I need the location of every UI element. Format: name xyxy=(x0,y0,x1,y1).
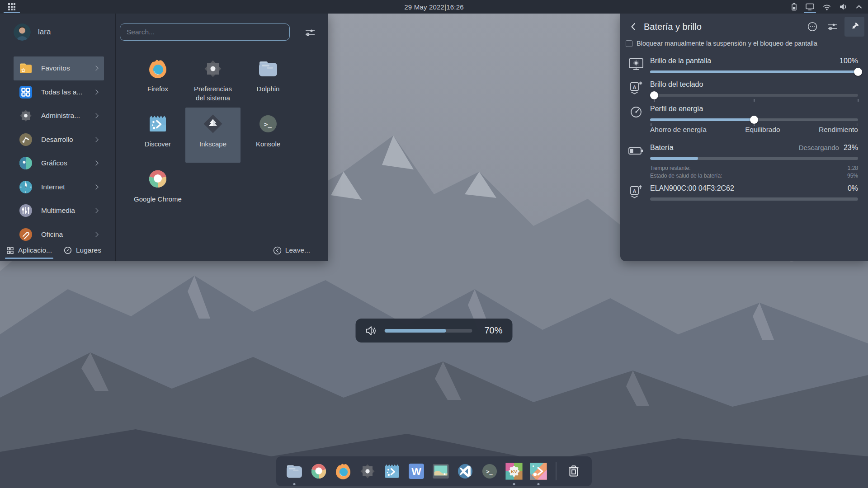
filter-options-button[interactable] xyxy=(303,26,317,39)
profile-option-ahorro[interactable]: Ahorro de energía xyxy=(650,126,707,134)
sidebar-item-todas-las-aplicaciones[interactable]: Todas las a... xyxy=(14,80,104,104)
leave-icon xyxy=(273,246,282,255)
speaker-icon xyxy=(366,325,378,336)
chevron-right-icon xyxy=(93,89,98,94)
checkbox-label: Bloquear manualmente la suspensión y el … xyxy=(637,40,817,47)
app-discover[interactable]: Discover xyxy=(130,108,185,163)
system-settings-icon xyxy=(358,461,377,481)
user-name: lara xyxy=(38,28,51,37)
slider-handle[interactable] xyxy=(650,91,658,99)
launcher-sidebar: lara Favoritos xyxy=(0,14,116,261)
screen-brightness-row: Brillo de la pantalla 100% xyxy=(627,57,858,73)
keyboard-brightness-row: A Brillo del teclado xyxy=(627,80,858,97)
category-label: Oficina xyxy=(41,230,94,239)
volume-tray-icon[interactable] xyxy=(838,0,849,14)
application-launcher-popup: lara Favoritos xyxy=(0,14,328,261)
keyboard-brightness-slider[interactable] xyxy=(650,94,858,97)
dock-item-chrome[interactable] xyxy=(309,461,329,481)
chevron-right-icon xyxy=(93,66,98,71)
sidebar-item-internet[interactable]: Internet xyxy=(14,175,104,199)
kv-gear-icon xyxy=(504,461,524,481)
slider-handle[interactable] xyxy=(854,68,862,76)
manual-block-checkbox-row[interactable]: Bloquear manualmente la suspensión y el … xyxy=(626,40,817,47)
dolphin-icon xyxy=(256,57,280,80)
pin-button[interactable] xyxy=(844,17,864,37)
user-row[interactable]: lara xyxy=(14,23,51,41)
search-input[interactable] xyxy=(120,23,290,41)
dock-item-discover[interactable] xyxy=(382,461,402,481)
battery-percent: 23% xyxy=(844,144,858,152)
app-inkscape[interactable]: Inkscape xyxy=(185,108,241,163)
configure-button[interactable] xyxy=(825,19,840,34)
slider-handle[interactable] xyxy=(750,116,758,124)
status-and-notifications-button[interactable] xyxy=(805,19,820,34)
app-label: Preferencias del sistema xyxy=(189,84,237,103)
wifi-tray-icon[interactable] xyxy=(821,0,832,14)
keyboard-brightness-icon: A xyxy=(627,80,645,96)
running-indicator xyxy=(293,483,296,485)
dolphin-folder-icon xyxy=(284,461,304,481)
back-button[interactable] xyxy=(627,20,640,33)
dock-item-dolphin[interactable] xyxy=(284,461,304,481)
power-profile-row: Perfil de energía Ahorro de energía Equi… xyxy=(627,105,858,134)
svg-text:A: A xyxy=(633,84,637,90)
all-apps-grid-icon xyxy=(18,84,33,100)
app-dolphin[interactable]: Dolphin xyxy=(241,52,296,108)
dock-item-trash[interactable] xyxy=(564,461,584,481)
app-firefox[interactable]: Firefox xyxy=(130,52,185,108)
dock-item-system-settings[interactable] xyxy=(358,461,377,481)
screen-brightness-slider[interactable] xyxy=(650,70,858,73)
leave-button[interactable]: Leave... xyxy=(273,246,322,255)
checkbox-unchecked[interactable] xyxy=(626,40,632,47)
dock-item-vscode[interactable] xyxy=(455,461,475,481)
discover-icon xyxy=(382,461,402,481)
sidebar-item-desarrollo[interactable]: Desarrollo xyxy=(14,128,104,152)
display-active-indicator xyxy=(804,12,816,13)
dock-item-image-viewer[interactable] xyxy=(431,461,451,481)
battery-health-label: Estado de salud de la batería: xyxy=(650,172,722,180)
screen-brightness-label: Brillo de la pantalla xyxy=(650,57,840,65)
panel-header-actions xyxy=(805,17,864,37)
category-label: Administra... xyxy=(41,112,94,120)
peripheral-percent: 0% xyxy=(848,184,858,192)
pin-icon xyxy=(849,21,860,32)
dock-item-konsole[interactable] xyxy=(480,461,500,481)
category-list: Favoritos Todas las a... xyxy=(14,56,104,243)
sidebar-item-graficos[interactable]: Gráficos xyxy=(14,151,104,175)
profile-option-rendimiento[interactable]: Rendimiento xyxy=(819,126,858,134)
application-launcher-button[interactable] xyxy=(0,0,24,14)
system-tray xyxy=(790,0,868,14)
applications-grid-icon xyxy=(6,247,14,254)
svg-text:A: A xyxy=(633,188,637,194)
battery-tray-icon[interactable] xyxy=(790,0,798,14)
dock xyxy=(276,456,592,486)
dock-item-firefox[interactable] xyxy=(333,461,353,481)
chevron-right-icon xyxy=(93,161,98,166)
app-konsole[interactable]: Konsole xyxy=(241,108,296,163)
tab-aplicaciones[interactable]: Aplicacio... xyxy=(6,239,52,261)
power-profile-slider[interactable] xyxy=(650,118,858,121)
speedometer-icon xyxy=(627,104,645,120)
digital-clock[interactable]: 29 May 2022|16:26 xyxy=(404,3,464,11)
chrome-icon xyxy=(309,461,329,481)
leave-label: Leave... xyxy=(285,246,310,254)
profile-option-equilibrado[interactable]: Equilibrado xyxy=(707,126,819,134)
app-preferencias-del-sistema[interactable]: Preferencias del sistema xyxy=(185,52,241,108)
app-google-chrome[interactable]: Google Chrome xyxy=(130,163,185,218)
firefox-icon xyxy=(146,57,170,80)
dock-item-writer[interactable] xyxy=(406,461,426,481)
sidebar-item-favoritos[interactable]: Favoritos xyxy=(14,56,104,80)
tray-expand-chevron-icon[interactable] xyxy=(854,0,863,14)
vscode-icon xyxy=(455,461,475,481)
display-tray-icon[interactable] xyxy=(804,0,816,14)
sidebar-item-administracion[interactable]: Administra... xyxy=(14,104,104,128)
dock-item-kvantum[interactable] xyxy=(504,461,524,481)
sidebar-item-multimedia[interactable]: Multimedia xyxy=(14,199,104,223)
tab-lugares[interactable]: Lugares xyxy=(64,239,101,261)
dock-item-arrow-app[interactable] xyxy=(528,461,548,481)
taskbar: 29 May 2022|16:26 xyxy=(0,0,868,14)
firefox-icon xyxy=(333,461,353,481)
time-remaining-label: Tiempo restante: xyxy=(650,164,691,172)
chevron-right-icon xyxy=(93,113,98,118)
category-label: Gráficos xyxy=(41,159,94,167)
